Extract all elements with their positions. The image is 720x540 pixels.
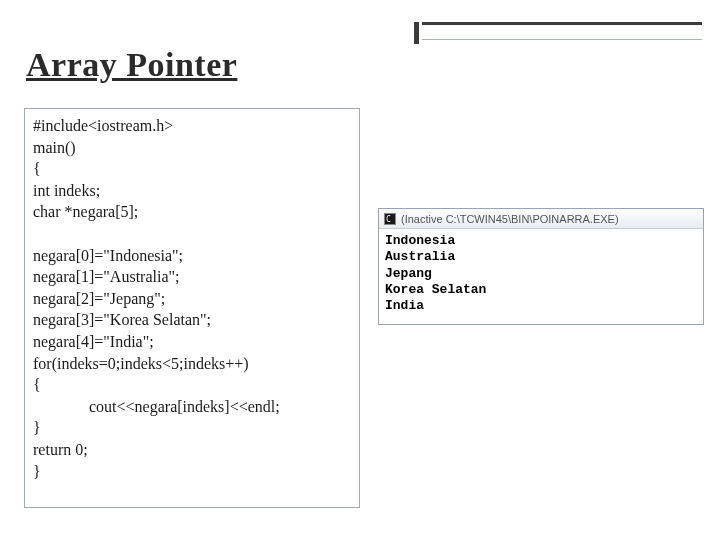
page-title: Array Pointer: [26, 46, 237, 84]
console-window: C (Inactive C:\TCWIN45\BIN\POINARRA.EXE)…: [378, 208, 704, 325]
source-code-block: #include<iostream.h> main() { int indeks…: [24, 108, 360, 508]
console-title-text: (Inactive C:\TCWIN45\BIN\POINARRA.EXE): [401, 213, 619, 225]
decorative-header-rule: [422, 22, 702, 40]
console-titlebar: C (Inactive C:\TCWIN45\BIN\POINARRA.EXE): [379, 209, 703, 229]
console-output: Indonesia Australia Jepang Korea Selatan…: [379, 229, 703, 324]
cmd-icon: C: [383, 212, 397, 226]
svg-text:C: C: [386, 215, 391, 224]
